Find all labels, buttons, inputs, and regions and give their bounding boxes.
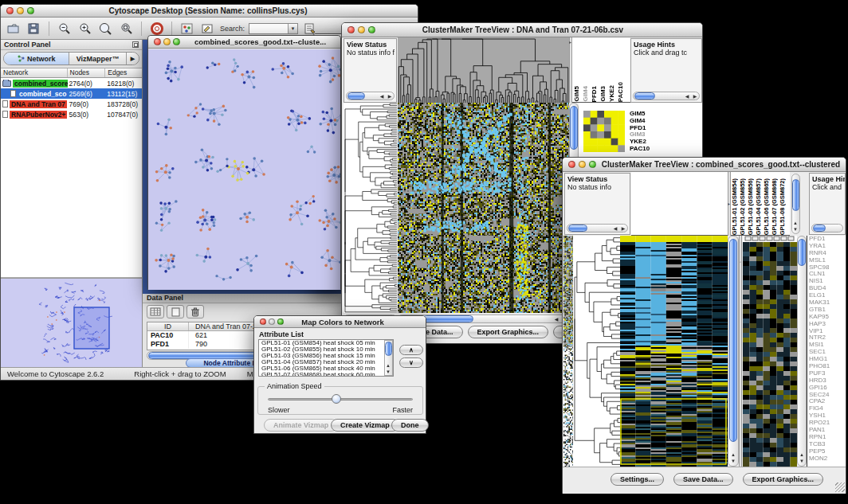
scroll-thumb[interactable] xyxy=(385,342,392,356)
tab-network[interactable]: Network xyxy=(4,53,69,64)
zoom-vscrollbar[interactable]: ▲ ▼ xyxy=(797,236,807,467)
usage-hints-hscrollbar[interactable]: ◀ ▶ xyxy=(633,92,700,100)
minimize-button[interactable] xyxy=(269,318,275,325)
network-overview-canvas[interactable] xyxy=(1,279,141,369)
heatmap-global-canvas[interactable] xyxy=(398,103,569,313)
column-label[interactable]: PAC10 xyxy=(616,82,625,102)
column-label[interactable]: GIM5 xyxy=(572,86,581,102)
float-panel-icon[interactable] xyxy=(132,41,139,48)
network-row[interactable]: combined_scores 2764(0) 16218(0) xyxy=(1,78,142,88)
scroll-down-icon[interactable]: ▼ xyxy=(384,369,392,375)
scroll-down-icon[interactable]: ▼ xyxy=(798,459,806,464)
scroll-right-icon[interactable]: ▶ xyxy=(386,94,394,100)
global-overview-strip-canvas[interactable] xyxy=(563,236,573,467)
new-attribute-icon[interactable] xyxy=(167,305,184,318)
zoom-button[interactable] xyxy=(277,318,284,325)
column-label[interactable]: GPL51-02 (GSM855) xyxy=(739,178,747,235)
splitter[interactable]: ◦ xyxy=(739,236,742,467)
col-edges[interactable]: Edges xyxy=(105,68,142,77)
col-nodes[interactable]: Nodes xyxy=(68,68,106,77)
scroll-up-icon[interactable]: ▲ xyxy=(791,221,799,226)
select-attributes-icon[interactable] xyxy=(147,305,164,318)
close-button[interactable] xyxy=(568,161,575,168)
zoom-selected-icon[interactable] xyxy=(118,20,135,37)
move-down-button[interactable]: ∨ xyxy=(399,357,423,368)
delete-attribute-icon[interactable] xyxy=(186,305,204,318)
row-dendrogram-canvas[interactable] xyxy=(344,103,397,313)
animate-vizmap-button[interactable]: Animate Vizmap xyxy=(264,419,338,432)
scroll-up-icon[interactable]: ▲ xyxy=(729,452,737,458)
treeview-combined-titlebar[interactable]: ClusterMaker TreeView : combined_scores_… xyxy=(563,158,846,172)
network-canvas[interactable] xyxy=(148,49,340,290)
scroll-up-icon[interactable]: ▲ xyxy=(384,363,392,369)
minimize-button[interactable] xyxy=(358,26,365,33)
scroll-thumb[interactable] xyxy=(813,225,826,232)
speed-slider-thumb[interactable] xyxy=(332,394,341,404)
column-labels-vscrollbar[interactable]: ▲ ▼ xyxy=(791,174,800,234)
column-dendrogram-canvas[interactable] xyxy=(398,37,569,103)
main-titlebar[interactable]: Cytoscape Desktop (Session Name: collins… xyxy=(1,5,418,18)
close-button[interactable] xyxy=(347,26,355,33)
heatmap-vscrollbar[interactable]: ▲ ▼ xyxy=(728,236,739,467)
close-button[interactable] xyxy=(154,38,161,45)
done-button[interactable]: Done xyxy=(391,419,429,432)
scroll-thumb[interactable] xyxy=(570,106,578,150)
search-dropdown-icon[interactable]: ▼ xyxy=(288,24,297,33)
view-status-hscrollbar[interactable]: ◀ ▶ xyxy=(346,92,395,100)
zoom-button[interactable] xyxy=(368,26,375,33)
close-button[interactable] xyxy=(260,318,266,325)
heatmap-main-canvas[interactable] xyxy=(620,236,728,467)
col-id[interactable]: ID xyxy=(147,322,189,330)
treeview-button[interactable]: Settings... xyxy=(610,473,664,486)
open-file-icon[interactable] xyxy=(5,20,22,37)
scroll-thumb[interactable] xyxy=(568,225,587,232)
dialog-titlebar[interactable]: Map Colors to Network xyxy=(254,316,426,328)
minimize-button[interactable] xyxy=(163,38,171,45)
network-row[interactable]: RNAPuberNov2+ 563(0) 107847(0) xyxy=(1,109,142,119)
treeview-dna-titlebar[interactable]: ClusterMaker TreeView : DNA and Tran 07-… xyxy=(342,23,702,37)
row-dendrogram-canvas[interactable] xyxy=(573,236,620,467)
column-label[interactable]: GPL51-06 (GSM865) xyxy=(763,178,771,235)
scroll-right-icon[interactable]: ▶ xyxy=(619,226,627,232)
minimize-button[interactable] xyxy=(17,7,24,14)
gene-label[interactable]: MON2 xyxy=(807,455,846,463)
scroll-thumb[interactable] xyxy=(347,92,365,100)
zoom-in-icon[interactable] xyxy=(77,20,93,37)
attribute-list-vscrollbar[interactable]: ▲ ▼ xyxy=(384,340,393,376)
scroll-down-icon[interactable]: ▼ xyxy=(791,227,799,232)
network-row[interactable]: DNA and Tran 07 769(0) 183728(0) xyxy=(1,99,142,109)
move-up-button[interactable]: ∧ xyxy=(399,345,423,355)
zoom-button[interactable] xyxy=(27,7,34,14)
scroll-thumb[interactable] xyxy=(729,239,737,442)
col-network[interactable]: Network xyxy=(1,68,68,77)
view-status-hscrollbar[interactable]: ◀ ▶ xyxy=(567,224,628,232)
zoom-button[interactable] xyxy=(173,38,180,45)
scroll-thumb[interactable] xyxy=(798,239,806,266)
help-lifering-icon[interactable] xyxy=(148,20,165,37)
usage-hints-hscrollbar[interactable] xyxy=(811,224,843,232)
attribute-item[interactable]: GPL51-07 (GSM868) heat shock 60 min xyxy=(259,372,393,377)
scroll-left-icon[interactable]: ◀ xyxy=(683,94,691,100)
scroll-left-icon[interactable]: ◀ xyxy=(552,317,560,322)
column-label[interactable]: YKE2 xyxy=(607,85,616,102)
zoom-heatmap-canvas[interactable] xyxy=(743,236,797,467)
column-dendrogram-area[interactable] xyxy=(631,172,728,236)
create-vizmap-button[interactable]: Create Vizmap xyxy=(331,419,399,432)
zoom-button[interactable] xyxy=(589,161,596,168)
column-label[interactable]: GPL51-01 (GSM854) xyxy=(731,178,739,235)
network-view-titlebar[interactable]: combined_scores_good.txt--cluste... xyxy=(148,36,340,49)
column-label[interactable]: GPL51-08 (GSM872) xyxy=(779,178,787,235)
zoom-fit-icon[interactable] xyxy=(97,20,114,37)
zoom-heatmap-canvas[interactable] xyxy=(583,111,625,152)
annotation-icon[interactable] xyxy=(199,20,216,37)
scroll-thumb[interactable] xyxy=(634,92,655,100)
close-button[interactable] xyxy=(6,7,14,14)
scroll-thumb[interactable] xyxy=(792,179,799,211)
column-label[interactable]: GPL51-07 (GSM868) xyxy=(771,178,779,235)
scroll-down-icon[interactable]: ▼ xyxy=(729,459,737,464)
minimize-button[interactable] xyxy=(579,161,586,168)
treeview-button[interactable]: Export Graphics... xyxy=(743,473,824,486)
tab-overflow-arrow[interactable]: ▶ xyxy=(127,53,139,64)
resize-grip[interactable] xyxy=(835,483,845,492)
scroll-up-icon[interactable]: ▲ xyxy=(798,452,806,458)
